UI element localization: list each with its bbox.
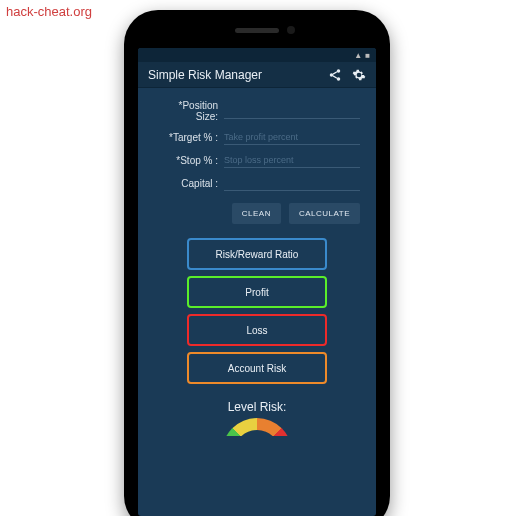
stop-label: *Stop % : <box>154 155 224 166</box>
watermark-text: hack-cheat.org <box>6 4 92 19</box>
stop-input[interactable] <box>224 153 360 168</box>
svg-point-0 <box>337 69 341 73</box>
phone-frame: ▲ ■ Simple Risk Manager *Position Size: <box>124 10 390 516</box>
risk-gauge <box>222 418 292 436</box>
app-screen: ▲ ■ Simple Risk Manager *Position Size: <box>138 48 376 516</box>
position-row: *Position Size: <box>154 100 360 122</box>
svg-point-1 <box>330 73 334 77</box>
phone-speaker <box>235 28 279 33</box>
account-risk-box: Account Risk <box>187 352 327 384</box>
loss-box: Loss <box>187 314 327 346</box>
capital-row: Capital : <box>154 176 360 191</box>
phone-inner: ▲ ■ Simple Risk Manager *Position Size: <box>132 18 382 516</box>
gauge-arc <box>222 418 292 436</box>
capital-input[interactable] <box>224 176 360 191</box>
profit-box: Profit <box>187 276 327 308</box>
level-risk-label: Level Risk: <box>154 400 360 414</box>
content-area: *Position Size: *Target % : *Stop % : Ca… <box>138 88 376 436</box>
capital-label: Capital : <box>154 178 224 189</box>
gear-icon[interactable] <box>352 68 366 82</box>
status-bar: ▲ ■ <box>138 48 376 62</box>
app-title: Simple Risk Manager <box>148 68 318 82</box>
svg-point-2 <box>337 77 341 81</box>
target-label: *Target % : <box>154 132 224 143</box>
risk-reward-box: Risk/Reward Ratio <box>187 238 327 270</box>
title-bar: Simple Risk Manager <box>138 62 376 88</box>
battery-icon: ■ <box>365 51 370 60</box>
position-input[interactable] <box>224 104 360 119</box>
clean-button[interactable]: CLEAN <box>232 203 281 224</box>
result-boxes: Risk/Reward Ratio Profit Loss Account Ri… <box>154 238 360 384</box>
calculate-button[interactable]: CALCULATE <box>289 203 360 224</box>
phone-camera <box>287 26 295 34</box>
position-label: *Position Size: <box>154 100 224 122</box>
target-input[interactable] <box>224 130 360 145</box>
target-row: *Target % : <box>154 130 360 145</box>
button-row: CLEAN CALCULATE <box>154 203 360 224</box>
share-icon[interactable] <box>328 68 342 82</box>
stop-row: *Stop % : <box>154 153 360 168</box>
signal-icon: ▲ <box>354 51 362 60</box>
